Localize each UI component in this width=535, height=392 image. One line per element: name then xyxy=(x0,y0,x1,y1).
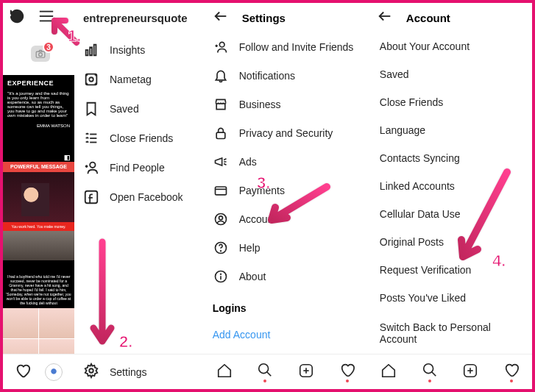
account-item-cellular[interactable]: Cellular Data Use xyxy=(371,200,529,228)
svg-rect-22 xyxy=(216,132,225,138)
card-icon xyxy=(213,182,229,199)
add-person-icon xyxy=(83,160,99,176)
feed-posts[interactable]: EXPERIENCE "It's a journey and the sad t… xyxy=(3,75,74,354)
feed-post[interactable]: I had a boyfriend who told me I'd never … xyxy=(3,231,74,308)
svg-rect-8 xyxy=(86,74,97,85)
settings-item-business[interactable]: Business xyxy=(207,90,365,118)
facebook-icon xyxy=(83,189,99,205)
settings-column: Settings Follow and Invite Friends Notif… xyxy=(204,3,368,389)
drawer-username: entrepreneursquote xyxy=(74,3,204,32)
account-item-switch[interactable]: Switch Back to Personal Account xyxy=(371,319,529,347)
settings-item-ads[interactable]: Ads xyxy=(207,147,365,176)
drawer-item-facebook[interactable]: Open Facebook xyxy=(74,182,204,212)
account-item-language[interactable]: Language xyxy=(371,116,529,144)
account-item-linked[interactable]: Linked Accounts xyxy=(371,172,529,200)
archive-icon[interactable] xyxy=(9,8,25,27)
account-header: Account xyxy=(368,3,532,32)
drawer-menu: Insights Nametag Saved Close Friends Fin… xyxy=(74,32,204,354)
feed-post[interactable]: EXPERIENCE "It's a journey and the sad t… xyxy=(3,75,74,162)
drawer-item-saved[interactable]: Saved xyxy=(74,94,204,124)
settings-item-privacy[interactable]: Privacy and Security xyxy=(207,118,365,147)
settings-item-about[interactable]: About xyxy=(207,262,365,291)
search-icon[interactable] xyxy=(257,362,273,382)
settings-item-help[interactable]: Help xyxy=(207,233,365,262)
svg-point-28 xyxy=(220,250,221,251)
megaphone-icon xyxy=(213,154,229,170)
account-title: Account xyxy=(406,12,450,24)
drawer-item-label: Find People xyxy=(110,162,165,174)
storefront-icon xyxy=(213,96,229,113)
settings-add-account[interactable]: Add Account xyxy=(207,320,365,349)
account-item-close-friends[interactable]: Close Friends xyxy=(371,88,529,116)
drawer-item-insights[interactable]: Insights xyxy=(74,35,204,65)
svg-point-19 xyxy=(219,42,224,47)
help-icon xyxy=(213,240,229,256)
drawer-item-label: Open Facebook xyxy=(110,191,183,203)
app-frame: 3 EXPERIENCE "It's a journey and the sad… xyxy=(0,0,535,392)
drawer-item-nametag[interactable]: Nametag xyxy=(74,65,204,94)
svg-point-4 xyxy=(39,53,43,57)
insights-icon xyxy=(83,42,99,58)
svg-point-9 xyxy=(89,77,93,82)
account-item-saved[interactable]: Saved xyxy=(371,60,529,88)
gear-icon xyxy=(83,363,99,381)
svg-line-39 xyxy=(431,371,436,376)
svg-rect-23 xyxy=(215,187,226,195)
svg-point-31 xyxy=(220,274,221,274)
feed-top-bar xyxy=(3,3,74,32)
heart-icon[interactable] xyxy=(339,362,355,382)
hamburger-icon[interactable] xyxy=(38,10,54,26)
add-post-icon[interactable] xyxy=(298,363,314,382)
settings-bottom-nav xyxy=(204,354,368,389)
account-list: About Your Account Saved Close Friends L… xyxy=(368,32,532,354)
back-icon[interactable] xyxy=(377,8,393,27)
account-item-contacts[interactable]: Contacts Syncing xyxy=(371,144,529,172)
drawer-item-label: Nametag xyxy=(110,74,152,85)
account-bottom-nav xyxy=(368,354,532,389)
back-icon[interactable] xyxy=(213,8,229,27)
close-friends-icon xyxy=(83,130,99,146)
settings-logins-label: Logins xyxy=(207,291,365,320)
bell-icon xyxy=(213,68,229,84)
bookmark-icon xyxy=(83,101,99,117)
account-item-about[interactable]: About Your Account xyxy=(371,32,529,60)
svg-rect-5 xyxy=(86,50,88,55)
drawer-item-find-people[interactable]: Find People xyxy=(74,153,204,182)
settings-item-account[interactable]: Account xyxy=(207,204,365,233)
feed-post[interactable]: You work hard. You make money. xyxy=(3,172,74,231)
settings-list: Follow and Invite Friends Notifications … xyxy=(204,32,368,354)
home-icon[interactable] xyxy=(380,363,397,382)
camera-icon[interactable]: 3 xyxy=(31,46,50,62)
account-item-original[interactable]: Original Posts xyxy=(371,228,529,256)
svg-rect-6 xyxy=(90,47,92,55)
info-icon xyxy=(213,268,229,285)
svg-line-33 xyxy=(267,371,272,376)
heart-icon[interactable] xyxy=(15,363,31,382)
svg-rect-7 xyxy=(94,45,96,56)
profile-drawer: entrepreneursquote Insights Nametag Save… xyxy=(74,3,204,389)
story-tray[interactable]: 3 xyxy=(3,32,74,75)
search-icon[interactable] xyxy=(422,362,438,382)
settings-item-payments[interactable]: Payments xyxy=(207,176,365,204)
drawer-settings[interactable]: Settings xyxy=(74,354,204,389)
drawer-item-close-friends[interactable]: Close Friends xyxy=(74,124,204,153)
account-item-liked[interactable]: Posts You've Liked xyxy=(371,284,529,312)
account-item-verify[interactable]: Request Verification xyxy=(371,256,529,284)
notification-badge: 3 xyxy=(43,41,54,53)
settings-header: Settings xyxy=(204,3,368,32)
feed-post-label[interactable]: ◧ POWERFUL MESSAGE xyxy=(3,162,74,172)
feed-post[interactable] xyxy=(3,308,74,354)
add-person-icon xyxy=(213,39,229,55)
account-column: Account About Your Account Saved Close F… xyxy=(368,3,532,389)
settings-item-notifications[interactable]: Notifications xyxy=(207,61,365,90)
svg-point-32 xyxy=(259,363,269,373)
drawer-item-label: Close Friends xyxy=(110,132,173,144)
feed-bottom-nav xyxy=(3,354,74,389)
svg-point-38 xyxy=(423,363,433,373)
heart-icon[interactable] xyxy=(503,362,520,382)
home-icon[interactable] xyxy=(216,363,233,382)
profile-avatar[interactable] xyxy=(45,363,63,381)
add-post-icon[interactable] xyxy=(462,363,478,382)
settings-item-follow[interactable]: Follow and Invite Friends xyxy=(207,32,365,61)
drawer-footer-label: Settings xyxy=(110,366,147,378)
